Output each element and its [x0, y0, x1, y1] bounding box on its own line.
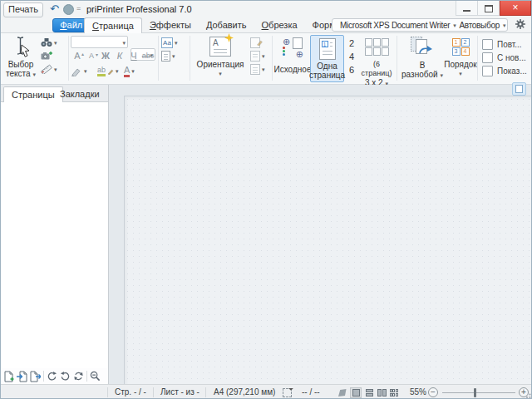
- close-button[interactable]: ×: [500, 1, 531, 16]
- snapshot-button[interactable]: [41, 49, 57, 62]
- sidebar-tab-bookmarks[interactable]: Закладки: [52, 86, 107, 102]
- select-text-button[interactable]: Выбор текста ▾: [2, 35, 39, 82]
- rotate-cw-icon[interactable]: [47, 371, 57, 382]
- italic-button[interactable]: К: [113, 50, 126, 62]
- zoom-out-button[interactable]: −: [428, 387, 438, 397]
- character-style-button[interactable]: Aa ▾: [161, 36, 178, 49]
- resize-grip[interactable]: [525, 393, 531, 399]
- bold-button[interactable]: Ж: [99, 50, 112, 62]
- view-continuous-button[interactable]: [363, 387, 375, 398]
- original-view-button[interactable]: ⊕ ⊕ Исходное: [275, 35, 310, 82]
- options-column: Повт... С нов... Показ...: [482, 37, 527, 77]
- measure-button[interactable]: ▾: [41, 62, 57, 76]
- tab-insert[interactable]: Добавить: [199, 17, 254, 33]
- zoom-level: 55%: [410, 385, 426, 399]
- rotate-ccw-icon[interactable]: [60, 371, 71, 382]
- zoom-slider-handle[interactable]: [474, 388, 476, 397]
- chevron-down-icon[interactable]: ▾: [262, 53, 265, 59]
- printer-mode[interactable]: Автовыбор: [459, 21, 499, 30]
- chevron-down-icon[interactable]: ▾: [116, 68, 119, 74]
- status-paper-size: A4 (297,210 мм): [214, 385, 275, 399]
- insert-page-before-icon[interactable]: [17, 371, 27, 382]
- rotate-180-icon[interactable]: [73, 371, 84, 382]
- file-label-key: Ф: [60, 20, 66, 30]
- one-page-icon: 1: [319, 38, 336, 60]
- repeat-checkbox[interactable]: Повт...: [482, 37, 527, 51]
- redo-icon[interactable]: [63, 4, 74, 15]
- chevron-down-icon[interactable]: ▾: [84, 68, 87, 74]
- panel-pin-icon[interactable]: [512, 82, 526, 96]
- chevron-down-icon[interactable]: ▾: [122, 40, 126, 46]
- page-setup-icon[interactable]: [283, 388, 292, 397]
- add-page-icon[interactable]: [3, 371, 14, 382]
- pages-per-sheet-button[interactable]: (6 страниц) 3 x 2 ▾: [359, 35, 394, 82]
- checkbox-icon[interactable]: [482, 39, 493, 50]
- view-single-page-button[interactable]: [350, 387, 362, 398]
- quick-access-menu-icon[interactable]: =: [76, 3, 81, 13]
- highlighter-button[interactable]: ▾: [71, 65, 97, 77]
- preset-4-button[interactable]: 4: [347, 50, 357, 63]
- view-facing-button[interactable]: [376, 387, 387, 398]
- minimize-button[interactable]: [456, 1, 478, 16]
- maximize-button[interactable]: [477, 1, 500, 16]
- print-button[interactable]: Печать: [3, 2, 43, 17]
- font-color-button[interactable]: А ▾: [124, 65, 150, 77]
- insert-page-after-icon[interactable]: [30, 371, 41, 382]
- page-layout-button[interactable]: ▾: [250, 62, 265, 76]
- preview-canvas[interactable]: [109, 85, 532, 384]
- chevron-down-icon[interactable]: ▾: [54, 66, 57, 72]
- text-highlight-color-button[interactable]: ab ▾: [97, 65, 124, 77]
- shuffle-button[interactable]: В разнобой ▾: [400, 35, 445, 82]
- find-button[interactable]: ▾: [41, 36, 57, 49]
- preset-6-button[interactable]: 6: [347, 63, 357, 76]
- edit-page-button[interactable]: [250, 36, 265, 49]
- preset-2-button[interactable]: 2: [347, 37, 357, 50]
- chevron-down-icon[interactable]: ▾: [453, 22, 456, 28]
- chevron-down-icon[interactable]: ▾: [503, 22, 505, 28]
- orientation-icon: A: [209, 37, 231, 57]
- window-title: priPrinter Professional 7.0: [86, 1, 192, 17]
- page-icon: [161, 51, 170, 62]
- show-checkbox[interactable]: Показ...: [482, 64, 527, 77]
- undo-icon[interactable]: ↶: [50, 2, 59, 16]
- sidebar-tab-strip: Страницы Закладки: [1, 85, 109, 102]
- page-preview[interactable]: [124, 96, 532, 384]
- single-page-icon: [352, 389, 360, 397]
- pencil-icon: [107, 68, 114, 75]
- view-thumbnails-button[interactable]: [388, 387, 400, 398]
- order-button[interactable]: 1 2 3 4 Порядок ▾: [446, 35, 475, 82]
- chevron-down-icon: ▾: [32, 71, 36, 77]
- zoom-slider[interactable]: [442, 392, 515, 393]
- binoculars-icon: [41, 37, 52, 47]
- chevron-down-icon[interactable]: ▾: [262, 66, 265, 72]
- tab-effects[interactable]: Эффекты: [142, 17, 199, 33]
- settings-gear-icon[interactable]: [514, 17, 529, 32]
- checkbox-icon[interactable]: [482, 52, 493, 63]
- tab-page[interactable]: Страница: [84, 17, 142, 33]
- zoom-out-pages-icon[interactable]: [90, 371, 101, 382]
- page-list-button[interactable]: ▾: [250, 49, 265, 62]
- underline-button[interactable]: Ч: [127, 50, 140, 62]
- chevron-down-icon[interactable]: ▾: [131, 68, 135, 74]
- aa-style-icon: Aa: [161, 37, 173, 48]
- view-3d-button[interactable]: [337, 387, 348, 398]
- grow-font-button[interactable]: А▴: [71, 50, 84, 62]
- page-style-button[interactable]: ▾: [161, 49, 178, 62]
- chevron-down-icon[interactable]: ▾: [175, 40, 178, 46]
- printer-selector[interactable]: Microsoft XPS Document Writer ▾ Автовыбо…: [332, 18, 508, 32]
- one-page-button[interactable]: 1 Одна страница: [310, 35, 344, 82]
- pages-panel[interactable]: [1, 102, 108, 368]
- font-format-row: А▴ А▾ Ж К Ч abc: [71, 50, 155, 62]
- start-new-checkbox[interactable]: С нов...: [482, 51, 527, 64]
- checkbox-icon[interactable]: [482, 66, 493, 76]
- chevron-down-icon[interactable]: ▾: [172, 53, 175, 59]
- camera-plus-icon: [41, 51, 52, 61]
- tab-crop[interactable]: Обрезка: [254, 17, 305, 33]
- font-family-combobox[interactable]: ▾: [71, 36, 128, 48]
- orientation-button[interactable]: A Ориентация ▾: [193, 35, 248, 82]
- preset-column: 2 4 6: [347, 37, 357, 76]
- strikethrough-button[interactable]: abc: [141, 50, 155, 62]
- printer-device-name[interactable]: Microsoft XPS Document Writer: [340, 21, 450, 30]
- chevron-down-icon[interactable]: ▾: [54, 40, 57, 46]
- shrink-font-button[interactable]: А▾: [85, 50, 98, 62]
